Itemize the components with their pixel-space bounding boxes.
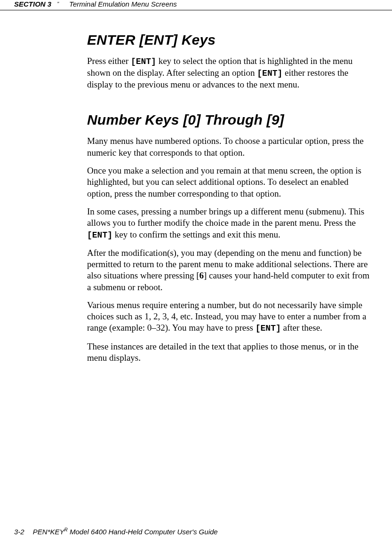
footer-guide-title: Model 6400 Hand-Held Computer User's Gui…	[68, 528, 218, 536]
text-fragment: after these.	[281, 323, 322, 333]
key-label-ent: [ENT]	[131, 57, 156, 66]
page-footer: 3-2 PEN*KEYR Model 6400 Hand-Held Comput…	[14, 527, 218, 536]
paragraph-submenu: In some cases, pressing a number brings …	[87, 206, 373, 241]
text-fragment: key to confirm the settings and exit thi…	[112, 230, 280, 239]
text-fragment: Various menus require entering a number,…	[87, 300, 367, 333]
key-label-ent: [ENT]	[87, 230, 112, 240]
footer-product-name: PEN*KEY	[33, 528, 64, 536]
paragraph-range: Various menus require entering a number,…	[87, 300, 373, 334]
page-header: SECTION 3 " Terminal Emulation Menu Scre…	[0, 0, 392, 10]
paragraph-instances: These instances are detailed in the text…	[87, 341, 373, 364]
header-quote-mark: "	[57, 1, 59, 7]
page-content: ENTER [ENT] Keys Press either [ENT] key …	[0, 32, 392, 364]
paragraph-selection: Once you make a selection and you remain…	[87, 165, 373, 199]
paragraph-modification: After the modification(s), you may (depe…	[87, 247, 373, 293]
heading-number-keys: Number Keys [0] Through [9]	[87, 112, 373, 128]
header-section-label: SECTION 3	[14, 0, 51, 8]
key-label-ent: [ENT]	[256, 324, 281, 333]
header-title: Terminal Emulation Menu Screens	[69, 0, 177, 8]
bold-number-six: 6	[200, 270, 204, 280]
paragraph-enter-desc: Press either [ENT] key to select the opt…	[87, 55, 373, 90]
text-fragment: Press either	[87, 56, 131, 66]
footer-superscript: R	[64, 527, 68, 532]
footer-page-number: 3-2	[14, 528, 24, 536]
paragraph-number-intro: Many menus have numbered options. To cho…	[87, 135, 373, 159]
text-fragment: In some cases, pressing a number brings …	[87, 206, 364, 228]
key-label-ent: [ENT]	[257, 69, 282, 78]
heading-enter-keys: ENTER [ENT] Keys	[87, 32, 373, 48]
